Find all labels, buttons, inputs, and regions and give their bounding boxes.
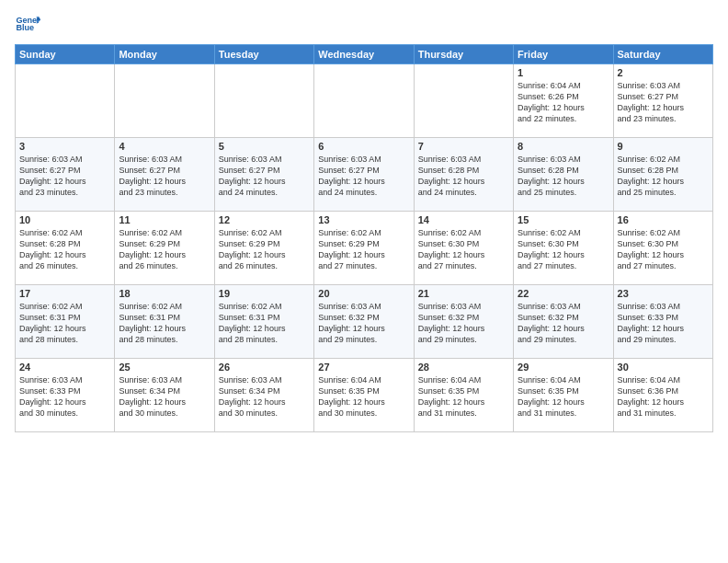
weekday-header-friday: Friday xyxy=(514,45,613,64)
calendar-cell xyxy=(115,64,214,138)
calendar-cell: 14Sunrise: 6:02 AMSunset: 6:30 PMDayligh… xyxy=(414,212,513,285)
day-number: 10 xyxy=(19,214,110,225)
day-info: Sunrise: 6:02 AMSunset: 6:31 PMDaylight:… xyxy=(119,301,210,346)
day-info: Sunrise: 6:03 AMSunset: 6:27 PMDaylight:… xyxy=(618,80,709,125)
weekday-header-tuesday: Tuesday xyxy=(214,45,313,64)
logo-icon: General Blue xyxy=(15,11,40,37)
day-number: 7 xyxy=(418,141,509,152)
weekday-header-row: SundayMondayTuesdayWednesdayThursdayFrid… xyxy=(16,45,713,64)
day-number: 11 xyxy=(119,214,210,225)
day-number: 5 xyxy=(219,141,310,152)
day-number: 28 xyxy=(418,362,509,373)
day-info: Sunrise: 6:03 AMSunset: 6:28 PMDaylight:… xyxy=(518,154,609,199)
calendar-cell: 22Sunrise: 6:03 AMSunset: 6:32 PMDayligh… xyxy=(514,285,613,359)
weekday-header-saturday: Saturday xyxy=(613,45,712,64)
day-info: Sunrise: 6:03 AMSunset: 6:32 PMDaylight:… xyxy=(518,301,609,346)
day-info: Sunrise: 6:02 AMSunset: 6:31 PMDaylight:… xyxy=(219,301,310,346)
calendar-table: SundayMondayTuesdayWednesdayThursdayFrid… xyxy=(15,44,713,432)
calendar-cell: 27Sunrise: 6:04 AMSunset: 6:35 PMDayligh… xyxy=(314,359,414,432)
calendar-cell: 7Sunrise: 6:03 AMSunset: 6:28 PMDaylight… xyxy=(414,138,513,212)
calendar-week-3: 10Sunrise: 6:02 AMSunset: 6:28 PMDayligh… xyxy=(16,212,713,285)
calendar-cell: 28Sunrise: 6:04 AMSunset: 6:35 PMDayligh… xyxy=(414,359,513,432)
day-number: 23 xyxy=(618,288,709,299)
calendar-cell: 6Sunrise: 6:03 AMSunset: 6:27 PMDaylight… xyxy=(314,138,414,212)
weekday-header-monday: Monday xyxy=(115,45,214,64)
day-number: 9 xyxy=(618,141,709,152)
calendar-cell: 19Sunrise: 6:02 AMSunset: 6:31 PMDayligh… xyxy=(214,285,313,359)
calendar-cell: 17Sunrise: 6:02 AMSunset: 6:31 PMDayligh… xyxy=(16,285,115,359)
day-info: Sunrise: 6:04 AMSunset: 6:36 PMDaylight:… xyxy=(618,374,709,419)
day-info: Sunrise: 6:03 AMSunset: 6:33 PMDaylight:… xyxy=(19,374,110,419)
calendar-cell xyxy=(214,64,313,138)
calendar-cell: 10Sunrise: 6:02 AMSunset: 6:28 PMDayligh… xyxy=(16,212,115,285)
calendar-cell: 16Sunrise: 6:02 AMSunset: 6:30 PMDayligh… xyxy=(613,212,712,285)
weekday-header-wednesday: Wednesday xyxy=(314,45,414,64)
day-number: 20 xyxy=(318,288,409,299)
day-info: Sunrise: 6:03 AMSunset: 6:28 PMDaylight:… xyxy=(418,154,509,199)
day-info: Sunrise: 6:02 AMSunset: 6:29 PMDaylight:… xyxy=(219,227,310,272)
calendar-cell xyxy=(414,64,513,138)
calendar-cell: 21Sunrise: 6:03 AMSunset: 6:32 PMDayligh… xyxy=(414,285,513,359)
day-number: 29 xyxy=(518,362,609,373)
calendar-cell: 1Sunrise: 6:04 AMSunset: 6:26 PMDaylight… xyxy=(514,64,613,138)
day-number: 15 xyxy=(518,214,609,225)
day-number: 16 xyxy=(618,214,709,225)
calendar-cell: 30Sunrise: 6:04 AMSunset: 6:36 PMDayligh… xyxy=(613,359,712,432)
weekday-header-sunday: Sunday xyxy=(16,45,115,64)
day-number: 12 xyxy=(219,214,310,225)
day-info: Sunrise: 6:03 AMSunset: 6:34 PMDaylight:… xyxy=(219,374,310,419)
page-header: General Blue xyxy=(15,11,713,37)
calendar-cell: 13Sunrise: 6:02 AMSunset: 6:29 PMDayligh… xyxy=(314,212,414,285)
day-number: 18 xyxy=(119,288,210,299)
day-info: Sunrise: 6:03 AMSunset: 6:32 PMDaylight:… xyxy=(318,301,409,346)
day-info: Sunrise: 6:03 AMSunset: 6:34 PMDaylight:… xyxy=(119,374,210,419)
day-number: 2 xyxy=(618,67,709,78)
logo: General Blue xyxy=(15,11,40,37)
calendar-cell: 2Sunrise: 6:03 AMSunset: 6:27 PMDaylight… xyxy=(613,64,712,138)
day-info: Sunrise: 6:02 AMSunset: 6:28 PMDaylight:… xyxy=(618,154,709,199)
calendar-cell: 20Sunrise: 6:03 AMSunset: 6:32 PMDayligh… xyxy=(314,285,414,359)
day-info: Sunrise: 6:04 AMSunset: 6:35 PMDaylight:… xyxy=(518,374,609,419)
day-number: 21 xyxy=(418,288,509,299)
day-info: Sunrise: 6:02 AMSunset: 6:29 PMDaylight:… xyxy=(119,227,210,272)
day-info: Sunrise: 6:02 AMSunset: 6:30 PMDaylight:… xyxy=(518,227,609,272)
day-info: Sunrise: 6:04 AMSunset: 6:35 PMDaylight:… xyxy=(418,374,509,419)
day-info: Sunrise: 6:04 AMSunset: 6:26 PMDaylight:… xyxy=(518,80,609,125)
day-info: Sunrise: 6:03 AMSunset: 6:32 PMDaylight:… xyxy=(418,301,509,346)
calendar-cell: 8Sunrise: 6:03 AMSunset: 6:28 PMDaylight… xyxy=(514,138,613,212)
calendar-cell xyxy=(314,64,414,138)
day-number: 3 xyxy=(19,141,110,152)
calendar-cell: 12Sunrise: 6:02 AMSunset: 6:29 PMDayligh… xyxy=(214,212,313,285)
day-info: Sunrise: 6:02 AMSunset: 6:29 PMDaylight:… xyxy=(318,227,409,272)
day-number: 6 xyxy=(318,141,409,152)
day-info: Sunrise: 6:03 AMSunset: 6:27 PMDaylight:… xyxy=(119,154,210,199)
calendar-cell: 5Sunrise: 6:03 AMSunset: 6:27 PMDaylight… xyxy=(214,138,313,212)
calendar-cell: 24Sunrise: 6:03 AMSunset: 6:33 PMDayligh… xyxy=(16,359,115,432)
day-info: Sunrise: 6:02 AMSunset: 6:30 PMDaylight:… xyxy=(618,227,709,272)
day-number: 1 xyxy=(518,67,609,78)
calendar-week-5: 24Sunrise: 6:03 AMSunset: 6:33 PMDayligh… xyxy=(16,359,713,432)
calendar-cell: 26Sunrise: 6:03 AMSunset: 6:34 PMDayligh… xyxy=(214,359,313,432)
day-info: Sunrise: 6:03 AMSunset: 6:27 PMDaylight:… xyxy=(219,154,310,199)
calendar-cell: 29Sunrise: 6:04 AMSunset: 6:35 PMDayligh… xyxy=(514,359,613,432)
day-number: 4 xyxy=(119,141,210,152)
calendar-week-4: 17Sunrise: 6:02 AMSunset: 6:31 PMDayligh… xyxy=(16,285,713,359)
calendar-cell: 15Sunrise: 6:02 AMSunset: 6:30 PMDayligh… xyxy=(514,212,613,285)
day-number: 13 xyxy=(318,214,409,225)
day-number: 27 xyxy=(318,362,409,373)
calendar-cell: 18Sunrise: 6:02 AMSunset: 6:31 PMDayligh… xyxy=(115,285,214,359)
calendar-week-1: 1Sunrise: 6:04 AMSunset: 6:26 PMDaylight… xyxy=(16,64,713,138)
day-info: Sunrise: 6:02 AMSunset: 6:30 PMDaylight:… xyxy=(418,227,509,272)
day-number: 17 xyxy=(19,288,110,299)
day-number: 22 xyxy=(518,288,609,299)
calendar-cell xyxy=(16,64,115,138)
day-info: Sunrise: 6:03 AMSunset: 6:27 PMDaylight:… xyxy=(19,154,110,199)
day-number: 24 xyxy=(19,362,110,373)
day-info: Sunrise: 6:04 AMSunset: 6:35 PMDaylight:… xyxy=(318,374,409,419)
day-info: Sunrise: 6:02 AMSunset: 6:31 PMDaylight:… xyxy=(19,301,110,346)
calendar-cell: 25Sunrise: 6:03 AMSunset: 6:34 PMDayligh… xyxy=(115,359,214,432)
calendar-week-2: 3Sunrise: 6:03 AMSunset: 6:27 PMDaylight… xyxy=(16,138,713,212)
calendar-cell: 4Sunrise: 6:03 AMSunset: 6:27 PMDaylight… xyxy=(115,138,214,212)
day-number: 14 xyxy=(418,214,509,225)
day-number: 25 xyxy=(119,362,210,373)
